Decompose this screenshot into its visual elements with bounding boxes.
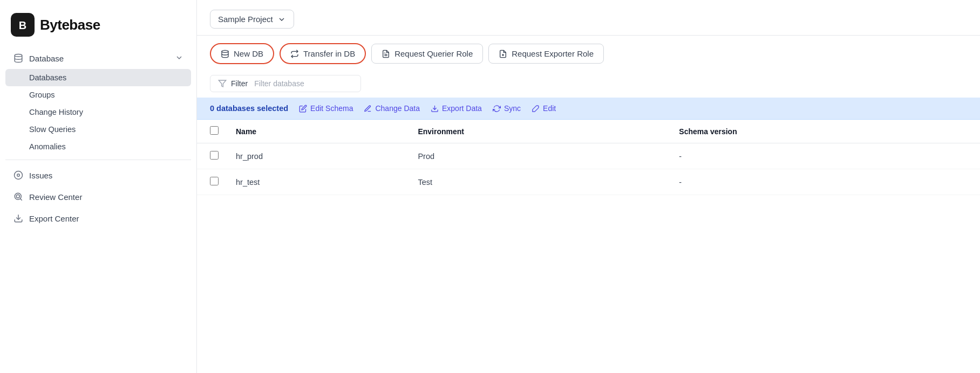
sidebar-item-database[interactable]: Database xyxy=(5,47,191,69)
header-environment: Environment xyxy=(409,120,670,143)
row2-name: hr_test xyxy=(227,169,409,195)
row2-checkbox[interactable] xyxy=(210,177,219,185)
row2-schema-version: - xyxy=(670,169,980,195)
logo-text: Bytebase xyxy=(40,17,100,33)
sidebar-item-anomalies[interactable]: Anomalies xyxy=(5,138,191,155)
sidebar-item-groups-label: Groups xyxy=(29,91,55,99)
edit-schema-label: Edit Schema xyxy=(310,104,353,113)
table-body: hr_prod Prod - hr_test xyxy=(197,143,980,195)
nav-section-2: Issues Review Center Export Center xyxy=(0,164,196,229)
review-icon xyxy=(13,191,24,202)
sidebar-item-databases-label: Databases xyxy=(29,73,66,82)
sidebar-item-issues-label: Issues xyxy=(29,171,52,180)
main-content: Sample Project New DB Transfer in DB xyxy=(197,0,980,373)
header-schema-version: Schema version xyxy=(670,120,980,143)
export-icon xyxy=(13,213,24,224)
edit-action[interactable]: Edit xyxy=(532,104,556,113)
request-querier-role-label: Request Querier Role xyxy=(394,49,473,58)
change-data-icon xyxy=(364,105,372,113)
logo-area: B Bytebase xyxy=(0,0,196,47)
svg-point-6 xyxy=(16,195,19,198)
filter-bar: Filter Filter database xyxy=(197,72,980,98)
row1-schema-version: - xyxy=(670,143,980,169)
sidebar-item-groups[interactable]: Groups xyxy=(5,86,191,103)
new-db-icon xyxy=(221,50,229,58)
edit-schema-action[interactable]: Edit Schema xyxy=(299,104,353,113)
request-exporter-role-button[interactable]: Request Exporter Role xyxy=(488,44,604,64)
svg-marker-14 xyxy=(219,80,226,87)
new-db-button[interactable]: New DB xyxy=(210,43,274,64)
sidebar-item-review-center[interactable]: Review Center xyxy=(5,186,191,208)
svg-point-5 xyxy=(15,193,21,199)
export-data-label: Export Data xyxy=(442,104,482,113)
filter-label: Filter xyxy=(231,79,248,88)
filter-placeholder: Filter database xyxy=(254,79,304,88)
selection-bar: 0 databases selected Edit Schema Change … xyxy=(197,98,980,120)
table-area: 0 databases selected Edit Schema Change … xyxy=(197,98,980,373)
sidebar-item-anomalies-label: Anomalies xyxy=(29,142,66,151)
sidebar-item-database-label: Database xyxy=(29,54,64,63)
querier-role-icon xyxy=(382,50,390,58)
filter-input-area[interactable]: Filter Filter database xyxy=(210,75,361,92)
edit-schema-icon xyxy=(299,105,307,113)
divider-1 xyxy=(5,160,191,160)
row1-name: hr_prod xyxy=(227,143,409,169)
export-data-icon xyxy=(431,105,439,113)
svg-point-2 xyxy=(15,54,22,57)
row1-checkbox-cell xyxy=(197,143,227,169)
svg-line-7 xyxy=(20,198,22,200)
sidebar-item-slow-queries-label: Slow Queries xyxy=(29,125,76,134)
sidebar-item-export-center-label: Export Center xyxy=(29,214,79,223)
project-selector-label: Sample Project xyxy=(218,15,273,24)
row2-environment: Test xyxy=(409,169,670,195)
change-data-label: Change Data xyxy=(375,104,420,113)
table-header-row: Name Environment Schema version xyxy=(197,120,980,143)
sidebar-item-export-center[interactable]: Export Center xyxy=(5,208,191,229)
table-row: hr_prod Prod - xyxy=(197,143,980,169)
project-selector[interactable]: Sample Project xyxy=(210,10,294,29)
bytebase-logo-icon: B xyxy=(11,13,35,37)
databases-table: Name Environment Schema version xyxy=(197,120,980,195)
svg-point-3 xyxy=(15,171,23,179)
edit-icon xyxy=(532,105,540,113)
request-exporter-role-label: Request Exporter Role xyxy=(512,49,594,58)
sidebar-item-review-center-label: Review Center xyxy=(29,192,82,202)
header-checkbox-cell xyxy=(197,120,227,143)
row1-checkbox[interactable] xyxy=(210,151,219,160)
actions-bar: New DB Transfer in DB Request Querier Ro… xyxy=(197,36,980,72)
sidebar-item-change-history-label: Change History xyxy=(29,108,83,116)
svg-point-4 xyxy=(17,174,20,177)
transfer-in-db-button[interactable]: Transfer in DB xyxy=(280,43,366,64)
change-data-action[interactable]: Change Data xyxy=(364,104,420,113)
sidebar: B Bytebase Database Databases xyxy=(0,0,197,373)
edit-label: Edit xyxy=(543,104,556,113)
table-header: Name Environment Schema version xyxy=(197,120,980,143)
sidebar-item-issues[interactable]: Issues xyxy=(5,164,191,186)
top-bar: Sample Project xyxy=(197,0,980,36)
sidebar-item-databases[interactable]: Databases xyxy=(5,69,191,86)
sync-action[interactable]: Sync xyxy=(493,104,521,113)
nav-section: Database Databases Groups Change History… xyxy=(0,47,196,155)
sidebar-item-change-history[interactable]: Change History xyxy=(5,103,191,121)
row2-checkbox-cell xyxy=(197,169,227,195)
issues-icon xyxy=(13,170,24,181)
project-chevron-icon xyxy=(277,15,286,24)
exporter-role-icon xyxy=(499,50,507,58)
transfer-in-db-label: Transfer in DB xyxy=(303,49,355,58)
export-data-action[interactable]: Export Data xyxy=(431,104,482,113)
request-querier-role-button[interactable]: Request Querier Role xyxy=(371,44,483,64)
table-row: hr_test Test - xyxy=(197,169,980,195)
select-all-checkbox[interactable] xyxy=(210,126,219,135)
header-name: Name xyxy=(227,120,409,143)
database-icon xyxy=(13,53,24,64)
selection-count: 0 databases selected xyxy=(210,104,288,113)
sync-icon xyxy=(493,105,501,113)
svg-point-9 xyxy=(222,50,228,52)
sidebar-item-slow-queries[interactable]: Slow Queries xyxy=(5,121,191,138)
svg-text:B: B xyxy=(19,19,26,31)
new-db-label: New DB xyxy=(234,49,263,58)
transfer-icon xyxy=(290,50,299,58)
chevron-down-icon xyxy=(175,53,183,64)
row1-environment: Prod xyxy=(409,143,670,169)
filter-icon xyxy=(218,79,227,88)
